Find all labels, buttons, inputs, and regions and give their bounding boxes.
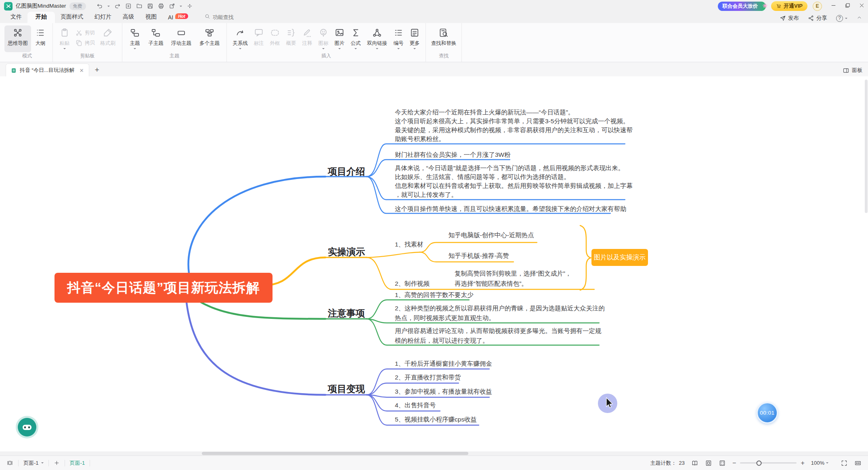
tab-view[interactable]: 视图 — [140, 12, 162, 23]
branch-label-intro[interactable]: 项目介绍 — [328, 165, 365, 178]
note-caution-1[interactable]: 1、高赞的回答字数不要太少 — [395, 291, 474, 299]
note-monetize-4[interactable]: 4、出售抖音号 — [395, 401, 436, 410]
more-insert-button[interactable]: 更多 — [407, 25, 423, 52]
export-caret-icon[interactable] — [180, 6, 182, 8]
help-button[interactable]: ? — [836, 15, 847, 22]
zoom-level[interactable]: 100% — [811, 460, 828, 466]
note-monetize-1[interactable]: 1、千粉后开通橱窗挂小黄车赚佣金 — [395, 359, 492, 368]
ai-assistant-button[interactable] — [18, 418, 36, 436]
branch-label-monetize[interactable]: 项目变现 — [328, 383, 365, 395]
topic-button[interactable]: 主题 — [125, 25, 145, 52]
page-overview-button[interactable] — [6, 459, 13, 466]
undo-icon[interactable] — [96, 3, 103, 9]
add-tab-button[interactable]: + — [95, 65, 99, 74]
relationship-button[interactable]: 关系线 — [230, 25, 251, 52]
print-icon[interactable] — [158, 3, 164, 9]
zoom-out-button[interactable]: − — [732, 460, 736, 466]
outline-mode-button[interactable]: 大纲 — [31, 25, 50, 52]
cut-button[interactable]: 剪切 — [75, 29, 95, 37]
summary-button[interactable]: 概要 — [283, 25, 299, 52]
zoom-slider[interactable] — [740, 462, 797, 464]
new-file-icon[interactable] — [125, 3, 132, 9]
note-intro-3[interactable]: 具体来说，“今日话题”就是选择一个当下热门的话题，然后用视频的形式表现出来。 比… — [395, 164, 633, 199]
tab-advanced[interactable]: 高级 — [117, 12, 140, 23]
vertical-scrollbar[interactable] — [864, 76, 868, 451]
export-icon[interactable] — [169, 3, 175, 9]
horizontal-scrollbar-thumb[interactable] — [202, 452, 468, 455]
note-caution-3[interactable]: 用户很容易通过评论互动，从而帮助视频获得更多曝光。当账号拥有一定规 模的粉丝后，… — [395, 326, 602, 346]
app-logo-icon — [4, 2, 13, 11]
document-tab[interactable]: 抖音 “今日...目玩法拆解 ✕ — [6, 63, 89, 77]
promo-banner[interactable]: 联合会员大放价❀ — [718, 2, 766, 11]
search-input[interactable] — [213, 14, 257, 20]
note-demo-make-video[interactable]: 2、制作视频 — [395, 279, 430, 288]
find-replace-button[interactable]: 查找和替换 — [429, 25, 459, 52]
save-icon[interactable] — [147, 3, 153, 9]
redo-icon[interactable] — [114, 3, 121, 9]
summary-topic[interactable]: 图片以及实操演示 — [591, 249, 648, 266]
zoom-slider-knob[interactable] — [756, 460, 761, 466]
note-monetize-5[interactable]: 5、视频挂载小程序赚cps收益 — [395, 415, 477, 424]
horizontal-scrollbar[interactable] — [0, 451, 868, 455]
tab-file[interactable]: 文件 — [5, 12, 27, 23]
share-button[interactable]: 分享 — [808, 15, 827, 22]
format-painter-button[interactable]: 格式刷 — [96, 25, 119, 52]
branch-label-notes[interactable]: 注意事项 — [328, 307, 365, 320]
user-avatar[interactable]: E — [813, 2, 822, 11]
comment-button[interactable]: 注释 — [299, 25, 315, 52]
tab-slides[interactable]: 幻灯片 — [89, 12, 117, 23]
page-tab-current[interactable]: 页面-1 — [70, 459, 85, 467]
callout-button[interactable]: 标注 — [251, 25, 267, 52]
bidirectional-link-button[interactable]: 双向链接 — [364, 25, 390, 52]
fit-center-button[interactable] — [705, 459, 712, 467]
collapse-ribbon-icon[interactable] — [856, 15, 862, 22]
tab-ai[interactable]: AIHot — [162, 13, 194, 23]
open-file-icon[interactable] — [136, 3, 143, 9]
numbering-button[interactable]: 编号 — [390, 25, 407, 52]
recording-timer[interactable]: 00:01 — [757, 402, 778, 424]
mindmap-mode-button[interactable]: 思维导图 — [4, 25, 31, 52]
note-demo-jianying[interactable]: 复制高赞回答到剪映里，选择“图文成片”， 再选择“智能匹配表情包”。 — [455, 268, 571, 289]
feature-search[interactable] — [204, 13, 257, 23]
vip-button[interactable]: 开通VIP — [771, 1, 807, 11]
note-demo-zhihu-mobile[interactable]: 知乎手机版-推荐-高赞 — [449, 251, 509, 260]
close-tab-icon[interactable]: ✕ — [80, 67, 84, 74]
central-topic[interactable]: 抖音“今日话题”项目新玩法拆解 — [55, 273, 273, 303]
note-demo-zhihu-pc[interactable]: 知乎电脑版-创作中心-近期热点 — [449, 231, 534, 240]
panel-toggle-button[interactable]: 面板 — [843, 67, 862, 74]
reading-mode-button[interactable] — [691, 459, 698, 467]
multiple-topics-button[interactable]: 多个主题 — [195, 25, 224, 52]
mindmap-canvas[interactable]: 抖音“今日话题”项目新玩法拆解 项目介绍 实操演示 注意事项 项目变现 今天给大… — [0, 76, 868, 451]
add-page-button[interactable] — [54, 460, 60, 466]
formula-button[interactable]: 公式 — [348, 25, 364, 52]
note-intro-4[interactable]: 这个项目操作简单快速，而且可以快速积累流量。希望我接下来的介绍对大家有帮助 — [395, 204, 627, 213]
fit-width-button[interactable] — [854, 459, 862, 467]
fullscreen-button[interactable] — [841, 459, 848, 467]
icon-marker-button[interactable]: 图标 — [315, 25, 331, 52]
tab-page-style[interactable]: 页面样式 — [55, 12, 89, 23]
close-button[interactable] — [859, 2, 865, 10]
tab-home[interactable]: 开始 — [27, 12, 55, 23]
publish-button[interactable]: 发布 — [780, 15, 799, 22]
note-demo-find-material[interactable]: 1、找素材 — [395, 240, 424, 249]
vertical-scrollbar-thumb[interactable] — [865, 80, 868, 213]
page-selector[interactable]: 页面-1 — [23, 459, 44, 467]
minimize-button[interactable] — [830, 2, 837, 10]
paste-button[interactable]: 粘贴 — [56, 25, 73, 52]
copy-button[interactable]: 拷贝 — [75, 39, 95, 47]
note-intro-2[interactable]: 财门社群有位会员实操，一个月涨了3W粉 — [395, 150, 511, 159]
note-intro-1[interactable]: 今天给大家介绍一个近期在抖音上火爆的新玩法——“今日话题”。 这个项目听起来很高… — [395, 108, 633, 143]
customize-toolbar-icon[interactable] — [187, 3, 193, 9]
zoom-in-button[interactable]: + — [801, 460, 804, 466]
branch-label-demo[interactable]: 实操演示 — [328, 246, 365, 258]
restore-button[interactable] — [845, 2, 851, 10]
subtopic-button[interactable]: 子主题 — [145, 25, 167, 52]
note-monetize-2[interactable]: 2、开直播收打赏和带货 — [395, 373, 461, 382]
floating-topic-button[interactable]: 浮动主题 — [167, 25, 195, 52]
fit-screen-button[interactable] — [719, 459, 726, 467]
boundary-button[interactable]: 外框 — [267, 25, 283, 52]
note-monetize-3[interactable]: 3、参加中视频，有播放量就有收益 — [395, 387, 492, 396]
note-caution-2[interactable]: 2、这种类型的视频之所以容易获得用户的青睐，是因为选题贴近大众关注的 热点，同时… — [395, 303, 605, 323]
picture-button[interactable]: 图片 — [331, 25, 348, 52]
undo-caret-icon[interactable] — [107, 6, 110, 8]
